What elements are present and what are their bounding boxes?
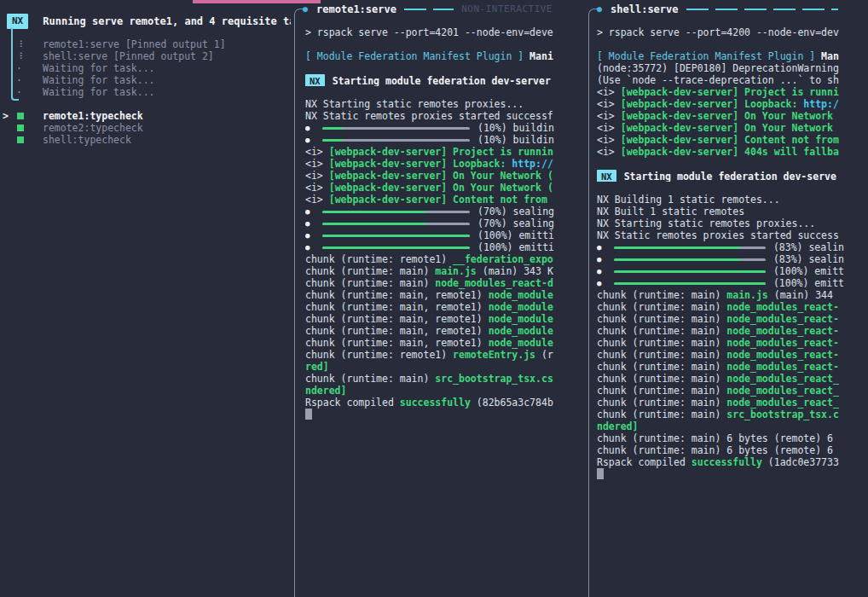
terminal-line: chunk (runtime: main) 6 bytes (remote) 6 bbox=[597, 432, 844, 444]
terminal-cursor bbox=[597, 468, 604, 479]
task-list-header: NX Running serve remote1, and 4 requisit… bbox=[7, 14, 291, 29]
terminal-line: <i> [webpack-dev-server] On Your Network… bbox=[305, 170, 554, 182]
progress-line: ●(83%) sealin bbox=[597, 241, 844, 253]
success-square-icon bbox=[17, 125, 24, 131]
task-rows: ⠸remote1:serve [Pinned output 1]⠸shell:s… bbox=[0, 38, 291, 146]
terminal-line bbox=[305, 62, 554, 74]
terminal-line: chunk (runtime: main) node_modules_react… bbox=[597, 397, 844, 409]
progress-bullet-icon: ● bbox=[597, 241, 614, 253]
terminal-line: chunk (runtime: main, remote1) node_modu… bbox=[305, 337, 554, 349]
progress-line: ●(100%) emitti bbox=[305, 229, 554, 241]
terminal-line: <i> [webpack-dev-server] Loopback: http:… bbox=[305, 158, 554, 170]
terminal-line bbox=[305, 38, 554, 50]
pane-border bbox=[294, 9, 306, 597]
terminal-line: NX Built 1 static remotes bbox=[597, 206, 844, 217]
pane-header-shell[interactable]: ● shell:serve bbox=[597, 3, 846, 15]
terminal-line: NX Starting static remotes proxies... bbox=[305, 98, 554, 110]
terminal-line: chunk (runtime: main) 6 bytes (remote) 6 bbox=[597, 444, 844, 456]
task-row[interactable]: ·Waiting for task... bbox=[0, 74, 291, 86]
progress-bullet-icon: ● bbox=[597, 253, 614, 265]
progress-line: ●(100%) emitt bbox=[597, 265, 844, 277]
pending-icon: · bbox=[16, 74, 22, 86]
progress-line: ●(70%) sealing bbox=[305, 206, 554, 217]
task-row[interactable]: ·Waiting for task... bbox=[0, 86, 291, 98]
non-interactive-label: NON-INTERACTIVE bbox=[461, 3, 553, 15]
progress-bullet-icon: ● bbox=[597, 265, 614, 277]
terminal-line: NX Static remotes proxies started succes… bbox=[305, 110, 554, 122]
terminal-line: <i> [webpack-dev-server] Project is runn… bbox=[597, 86, 844, 98]
progress-bar bbox=[322, 223, 470, 225]
terminal-line: chunk (runtime: main) node_modules_react… bbox=[597, 361, 844, 373]
progress-bullet-icon: ● bbox=[597, 277, 614, 289]
progress-bar bbox=[614, 282, 766, 285]
terminal-line: (node:35772) [DEP0180] DeprecationWarnin… bbox=[597, 62, 844, 74]
terminal-cursor bbox=[305, 409, 312, 420]
progress-bullet-icon: ● bbox=[305, 229, 322, 241]
terminal-line: <i> [webpack-dev-server] Loopback: http:… bbox=[597, 98, 844, 110]
terminal-line: NXStarting module federation dev-server bbox=[305, 74, 554, 86]
nx-badge: NX bbox=[597, 170, 616, 182]
progress-bar bbox=[322, 127, 470, 130]
progress-bar bbox=[322, 246, 470, 249]
success-square-icon bbox=[17, 136, 24, 143]
terminal-line: chunk (runtime: main) node_modules_react… bbox=[597, 373, 844, 385]
nx-badge: NX bbox=[305, 74, 325, 86]
terminal-line: ndered] bbox=[305, 385, 554, 397]
pending-icon: · bbox=[16, 86, 22, 98]
pane-title: shell:serve bbox=[610, 3, 678, 15]
progress-label: (70%) sealing bbox=[477, 206, 554, 217]
pinned-output-pane-remote1: ● remote1:serve NON-INTERACTIVE > rspack… bbox=[291, 0, 578, 597]
terminal-line: > rspack serve --port=4201 --node-env=de… bbox=[305, 26, 554, 38]
terminal-line: NX Static remotes proxies started succes… bbox=[597, 229, 844, 241]
progress-label: (100%) emitt bbox=[773, 265, 844, 277]
terminal-line: chunk (runtime: main, remote1) node_modu… bbox=[305, 289, 554, 301]
progress-label: (83%) sealin bbox=[773, 253, 844, 265]
progress-bar bbox=[614, 246, 766, 249]
progress-label: (83%) sealin bbox=[773, 241, 844, 253]
task-label: remote1:serve [Pinned output 1] bbox=[43, 38, 226, 50]
pane-bullet-icon: ● bbox=[597, 3, 602, 15]
task-row-spacer bbox=[0, 98, 291, 110]
terminal-line: chunk (runtime: main, remote1) node_modu… bbox=[305, 325, 554, 337]
terminal-line: [ Module Federation Manifest Plugin ] Ma… bbox=[305, 50, 554, 62]
progress-line: ●(83%) sealin bbox=[597, 253, 844, 265]
terminal-line: chunk (runtime: main) main.js (main) 344 bbox=[597, 289, 844, 301]
terminal-line: chunk (runtime: main) main.js (main) 343… bbox=[305, 265, 554, 277]
terminal-line: Rspack compiled successfully (82b65a3c78… bbox=[305, 397, 554, 409]
progress-bullet-icon: ● bbox=[305, 241, 322, 253]
task-label: Waiting for task... bbox=[43, 74, 155, 86]
task-row[interactable]: ⠸shell:serve [Pinned output 2] bbox=[0, 50, 291, 62]
progress-bullet-icon: ● bbox=[305, 134, 322, 146]
task-label: shell:typecheck bbox=[43, 134, 131, 146]
progress-bar bbox=[322, 235, 470, 237]
task-row[interactable]: remote2:typecheck bbox=[0, 122, 291, 134]
terminal-line: <i> [webpack-dev-server] Project is runn… bbox=[305, 146, 554, 158]
terminal-line: <i> [webpack-dev-server] On Your Network bbox=[597, 110, 844, 122]
terminal-line: chunk (runtime: remote1) __federation_ex… bbox=[305, 253, 554, 265]
terminal-output: > rspack serve --port=4200 --node-env=de… bbox=[597, 26, 844, 480]
terminal-line: <i> [webpack-dev-server] Content not fro… bbox=[305, 194, 554, 206]
progress-line: ●(100%) emitti bbox=[305, 241, 554, 253]
progress-bar bbox=[614, 270, 766, 273]
task-row[interactable]: ·Waiting for task... bbox=[0, 62, 291, 74]
task-label: Waiting for task... bbox=[43, 86, 155, 98]
pane-title: remote1:serve bbox=[316, 3, 396, 15]
success-square-icon bbox=[17, 113, 24, 119]
task-row[interactable]: shell:typecheck bbox=[0, 134, 291, 146]
terminal-line: > rspack serve --port=4200 --node-env=de… bbox=[597, 26, 844, 38]
task-row[interactable]: >remote1:typecheck bbox=[0, 110, 291, 122]
terminal-line: ndered] bbox=[597, 420, 844, 432]
terminal-line: chunk (runtime: main) node_modules_react… bbox=[305, 277, 554, 289]
task-label: remote2:typecheck bbox=[43, 122, 143, 134]
terminal-line: (Use `node --trace-deprecation ...` to s… bbox=[597, 74, 844, 86]
terminal-line bbox=[305, 409, 554, 420]
terminal-line: NX Starting static remotes proxies... bbox=[597, 217, 844, 229]
task-list-pane: NX Running serve remote1, and 4 requisit… bbox=[0, 0, 291, 597]
terminal-line: chunk (runtime: main) node_modules_react… bbox=[597, 325, 844, 337]
terminal-line: red] bbox=[305, 361, 554, 373]
progress-bullet-icon: ● bbox=[305, 206, 322, 217]
progress-label: (100%) emitt bbox=[773, 277, 844, 289]
task-row[interactable]: ⠸remote1:serve [Pinned output 1] bbox=[0, 38, 291, 50]
terminal-line bbox=[597, 182, 844, 194]
pane-header-remote1[interactable]: ● remote1:serve NON-INTERACTIVE bbox=[303, 3, 553, 15]
